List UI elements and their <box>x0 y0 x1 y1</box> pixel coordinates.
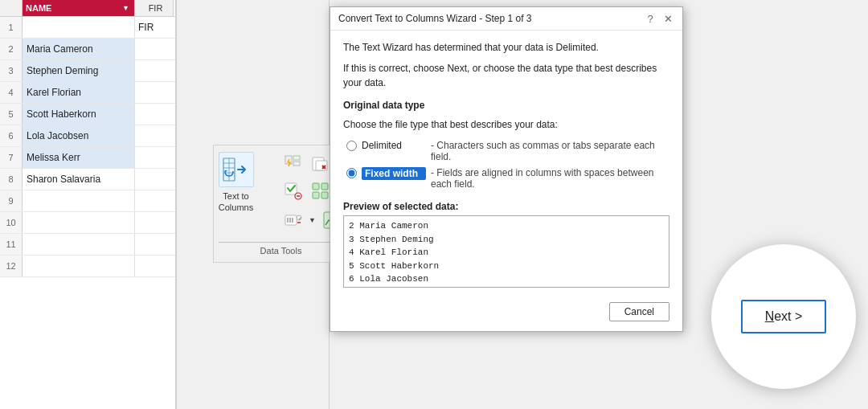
name-cell[interactable]: Lola Jacobsen <box>23 125 135 146</box>
svg-rect-17 <box>321 183 328 190</box>
row-num-cell: 5 <box>0 104 23 125</box>
name-cell[interactable]: Karel Florian <box>23 82 135 103</box>
row-num-cell: 1 <box>0 17 23 38</box>
name-column-header[interactable]: NAME ▼ <box>23 0 135 16</box>
table-row: 11 <box>0 234 175 256</box>
close-button[interactable]: ✕ <box>661 12 674 25</box>
row-num-cell: 2 <box>0 39 23 59</box>
spreadsheet-rows: 1 FIR 2 Maria Cameron 3 Stephen Deming 4… <box>0 17 175 277</box>
fir-cell <box>135 104 174 125</box>
preview-line: 7 Melissa Kerr <box>349 286 664 288</box>
help-button[interactable]: ? <box>644 12 657 25</box>
name-cell[interactable]: Sharon Salavaria <box>23 169 135 190</box>
fir-column-header: FIR <box>135 0 174 16</box>
radio-delimited-row: Delimited - Characters such as commas or… <box>346 140 669 162</box>
radio-fixed-width-label: Fixed width <box>362 167 426 180</box>
row-num-cell: 8 <box>0 169 23 190</box>
svg-text:✓: ✓ <box>298 216 302 221</box>
ribbon-data-tools: Text toColumns <box>213 145 350 263</box>
preview-section: Preview of selected data: 2 Maria Camero… <box>343 201 669 288</box>
data-validation-button[interactable] <box>281 179 305 203</box>
name-cell[interactable]: Melissa Kerr <box>23 147 135 168</box>
svg-rect-8 <box>293 162 300 166</box>
cancel-button[interactable]: Cancel <box>609 302 669 321</box>
table-row: 7 Melissa Kerr <box>0 147 175 169</box>
fir-cell <box>135 234 174 255</box>
table-row: 3 Stephen Deming <box>0 60 175 82</box>
dialog-desc2: If this is correct, choose Next, or choo… <box>343 61 669 90</box>
name-cell[interactable] <box>23 212 135 233</box>
next-label-underline: N <box>765 309 775 323</box>
preview-line: 3 Stephen Deming <box>349 233 664 247</box>
radio-delimited[interactable] <box>346 141 357 151</box>
text-to-columns-label: Text toColumns <box>219 190 253 214</box>
name-cell[interactable] <box>23 190 135 211</box>
name-cell[interactable] <box>23 17 135 38</box>
preview-line: 5 Scott Haberkorn <box>349 260 664 273</box>
svg-rect-18 <box>313 192 319 198</box>
next-button-highlight: Next > <box>707 240 860 393</box>
fir-cell: FIR <box>135 17 174 38</box>
flash-fill-button[interactable] <box>281 152 305 176</box>
row-num-header <box>0 0 23 16</box>
fir-cell <box>135 169 174 190</box>
radio-fixed-width[interactable] <box>346 168 357 178</box>
row-num-cell: 6 <box>0 125 23 146</box>
row-num-cell: 4 <box>0 82 23 103</box>
preview-line: 6 Lola Jacobsen <box>349 272 664 286</box>
radio-group: Delimited - Characters such as commas or… <box>343 140 669 190</box>
row-num-cell: 3 <box>0 60 23 81</box>
fir-cell <box>135 60 174 81</box>
fir-cell <box>135 190 174 211</box>
preview-box: 2 Maria Cameron3 Stephen Deming4 Karel F… <box>343 215 669 288</box>
radio-fixed-width-desc: - Fields are aligned in columns with spa… <box>431 167 669 190</box>
preview-label: Preview of selected data: <box>343 201 669 212</box>
what-if-button[interactable]: ✓ <box>281 208 305 232</box>
name-cell[interactable] <box>23 256 135 276</box>
text-to-columns-button[interactable]: Text toColumns <box>219 152 254 214</box>
preview-line: 4 Karel Florian <box>349 246 664 260</box>
next-button[interactable]: Next > <box>741 300 827 333</box>
radio-fixed-width-row: Fixed width - Fields are aligned in colu… <box>346 167 669 190</box>
text-to-columns-icon <box>222 155 251 184</box>
row-num-cell: 12 <box>0 256 23 276</box>
svg-rect-16 <box>313 183 319 190</box>
fir-cell <box>135 256 174 276</box>
table-row: 6 Lola Jacobsen <box>0 125 175 147</box>
dialog-body: The Text Wizard has determined that your… <box>330 31 682 296</box>
fir-cell <box>135 82 174 103</box>
table-row: 2 Maria Cameron <box>0 39 175 60</box>
name-cell[interactable]: Maria Cameron <box>23 39 135 59</box>
table-row: 4 Karel Florian <box>0 82 175 104</box>
spreadsheet: NAME ▼ FIR 1 FIR 2 Maria Cameron 3 Steph… <box>0 0 177 409</box>
name-cell[interactable]: Stephen Deming <box>23 60 135 81</box>
spreadsheet-header: NAME ▼ FIR <box>0 0 175 17</box>
name-cell[interactable] <box>23 234 135 255</box>
dropdown-chevron[interactable]: ▼ <box>309 208 317 232</box>
what-if-icon: ✓ <box>284 211 303 230</box>
svg-rect-19 <box>321 192 328 198</box>
flash-fill-icon <box>284 154 303 174</box>
table-row: 8 Sharon Salavaria <box>0 169 175 190</box>
dropdown-arrow-icon[interactable]: ▼ <box>121 2 131 14</box>
consolidate-button[interactable] <box>309 179 333 203</box>
consolidate-icon <box>311 182 330 201</box>
row-num-cell: 9 <box>0 190 23 211</box>
dialog-title: Convert Text to Columns Wizard - Step 1 … <box>338 13 532 24</box>
table-row: 10 <box>0 212 175 234</box>
remove-duplicates-icon <box>311 154 330 174</box>
table-row: 12 <box>0 256 175 277</box>
data-validation-icon <box>284 182 303 201</box>
radio-delimited-label: Delimited <box>362 140 426 151</box>
choose-file-type-label: Choose the file type that best describes… <box>343 119 669 130</box>
svg-rect-20 <box>285 215 297 225</box>
table-row: 1 FIR <box>0 17 175 39</box>
radio-delimited-desc: - Characters such as commas or tabs sepa… <box>431 140 669 162</box>
preview-line: 2 Maria Cameron <box>349 219 664 233</box>
name-col-label: NAME <box>26 3 51 13</box>
convert-text-columns-dialog: Convert Text to Columns Wizard - Step 1 … <box>330 6 683 332</box>
row-num-cell: 10 <box>0 212 23 233</box>
name-cell[interactable]: Scott Haberkorn <box>23 104 135 125</box>
remove-duplicates-button[interactable] <box>309 152 333 176</box>
svg-rect-7 <box>293 156 300 160</box>
